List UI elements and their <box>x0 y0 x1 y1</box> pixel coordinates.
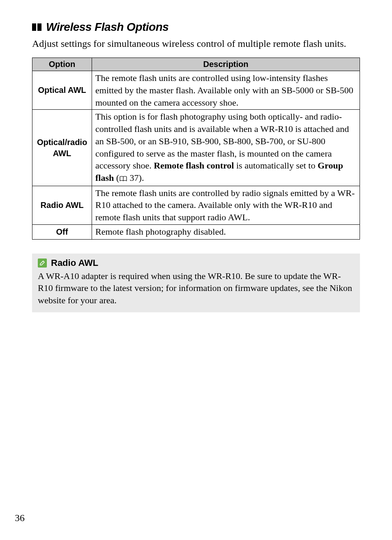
description-cell: Remote flash photography disabled. <box>92 224 360 239</box>
desc-text: is automatically set to <box>234 160 317 171</box>
th-option: Option <box>32 58 92 71</box>
options-table: Option Description Optical AWL The remot… <box>32 58 360 239</box>
th-description: Description <box>92 58 360 71</box>
description-cell: The remote flash units are controlled by… <box>92 186 360 224</box>
description-cell: This option is for flash photography usi… <box>92 110 360 186</box>
option-cell: Radio AWL <box>32 186 92 224</box>
pencil-icon <box>38 258 47 268</box>
section-heading: Wireless Flash Options <box>32 21 360 34</box>
table-row: Optical AWL The remote flash units are c… <box>32 71 360 110</box>
desc-text: ). <box>139 173 144 183</box>
heading-text: Wireless Flash Options <box>46 21 168 34</box>
option-cell: Off <box>32 224 92 239</box>
note-body: A WR-A10 adapter is required when using … <box>38 270 354 307</box>
book-icon <box>119 173 127 185</box>
table-row: Optical/radio AWL This option is for fla… <box>32 110 360 186</box>
intro-paragraph: Adjust settings for simultaneous wireles… <box>32 37 360 50</box>
heading-marker-icon <box>32 23 43 31</box>
page-ref-number: 37 <box>130 173 139 183</box>
note-title-row: Radio AWL <box>38 258 354 268</box>
note-title: Radio AWL <box>51 258 98 268</box>
svg-rect-0 <box>32 23 36 31</box>
option-cell: Optical/radio AWL <box>32 110 92 186</box>
note-box: Radio AWL A WR-A10 adapter is required w… <box>32 254 360 312</box>
desc-text: ( <box>114 173 119 183</box>
page-number: 36 <box>15 512 25 524</box>
option-cell: Optical AWL <box>32 71 92 110</box>
svg-rect-1 <box>37 23 42 31</box>
table-row: Off Remote flash photography disabled. <box>32 224 360 239</box>
desc-bold: Remote flash control <box>154 160 234 171</box>
table-row: Radio AWL The remote flash units are con… <box>32 186 360 224</box>
description-cell: The remote flash units are controlled us… <box>92 71 360 110</box>
